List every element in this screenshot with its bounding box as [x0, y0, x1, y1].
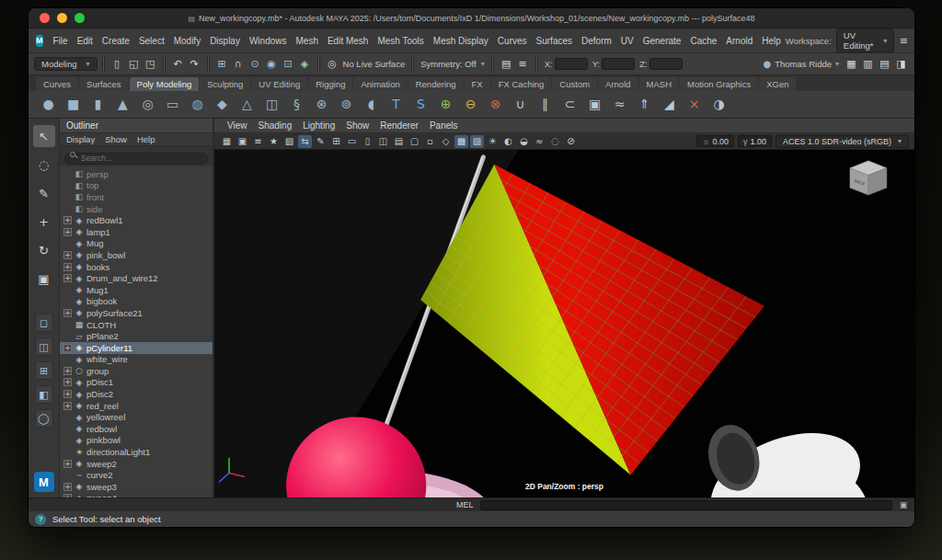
search-input[interactable]	[64, 153, 208, 165]
open-scene-icon[interactable]: ◱	[128, 59, 140, 69]
shelf-tab[interactable]: FX Caching	[491, 77, 552, 91]
titlebar[interactable]: ▤New_workingcopy.mb* - Autodesk MAYA 202…	[29, 8, 914, 29]
menu-item[interactable]: Generate	[638, 34, 686, 48]
symmetry-dropdown[interactable]: Symmetry: Off ▾	[419, 59, 487, 69]
smooth-icon[interactable]: ≈	[609, 94, 630, 115]
toolbar-group-collapser[interactable]	[102, 57, 105, 71]
outliner-list[interactable]: ◧ persp ◧ top ◧ front	[60, 166, 213, 497]
shelf-tab[interactable]: Poly Modeling	[130, 77, 200, 91]
safe-action-icon[interactable]: ▢	[408, 135, 421, 148]
workspace-dropdown[interactable]: UV Editing* ▾	[836, 29, 895, 52]
rotate-tool-icon[interactable]: ↻	[33, 239, 55, 261]
frame-all-icon[interactable]: ◇	[439, 135, 453, 148]
outliner-menu-item[interactable]: Help	[137, 134, 155, 144]
gamma-field[interactable]: γ 1.00	[738, 135, 772, 147]
lock-camera-icon[interactable]: ▣	[236, 135, 249, 148]
safe-title-icon[interactable]: ▫	[423, 135, 437, 148]
shadows-toggle-icon[interactable]: ◐	[501, 135, 515, 148]
command-input[interactable]	[480, 500, 892, 510]
outliner-item[interactable]: ◈ Mug	[60, 238, 213, 250]
toolbar-group-collapser[interactable]	[411, 57, 414, 71]
outliner-item[interactable]: ◧ side	[60, 203, 213, 215]
attribute-editor-toggle-icon[interactable]: ▤	[879, 59, 890, 69]
outliner-item[interactable]: ◧ persp	[60, 168, 213, 180]
fullscreen-window-button[interactable]	[75, 13, 85, 23]
toolbar-group-collapser[interactable]	[163, 57, 166, 71]
help-icon[interactable]: ?	[35, 514, 46, 525]
toolbar-group-collapser[interactable]	[317, 57, 320, 71]
pipe-primitive-icon[interactable]: ◫	[261, 94, 282, 115]
viewport-menu-item[interactable]: View	[223, 120, 252, 131]
multi-cut-icon[interactable]: ×	[684, 94, 705, 115]
toolbar-group-collapser[interactable]	[535, 57, 538, 71]
outliner-item[interactable]: + ◈ pDisc1	[60, 377, 213, 389]
grid-toggle-icon[interactable]: ⊞	[329, 135, 343, 148]
snap-to-projected-center-icon[interactable]: ◉	[266, 59, 278, 69]
film-gate-icon[interactable]: ▭	[345, 135, 359, 148]
expand-toggle[interactable]: +	[63, 274, 72, 282]
lasso-select-tool-icon[interactable]: ◌	[33, 154, 55, 176]
expand-toggle[interactable]: +	[63, 263, 72, 271]
outliner-item[interactable]: ◧ top	[60, 180, 213, 192]
outliner-item[interactable]: ◈ pinkbowl	[60, 435, 213, 447]
view-transform-dropdown[interactable]: ACES 1.0 SDR-video (sRGB) ▾	[775, 135, 909, 148]
shelf-tab[interactable]: Sculpting	[200, 77, 250, 91]
outliner-item[interactable]: + ◈ red_reel	[60, 400, 213, 412]
paint-select-tool-icon[interactable]: ✎	[33, 182, 55, 204]
menu-item[interactable]: Help	[757, 34, 786, 48]
camera-attributes-icon[interactable]: ≡	[251, 135, 265, 148]
exposure-field[interactable]: ☼ 0.00	[696, 135, 734, 147]
torus-primitive-icon[interactable]: ◎	[137, 94, 158, 115]
command-language-toggle[interactable]: MEL	[450, 500, 480, 509]
combine-icon[interactable]: ∪	[510, 94, 531, 115]
live-surface-field[interactable]: ◎ No Live Surface	[325, 59, 408, 69]
shelf-tab[interactable]: XGen	[759, 77, 796, 91]
snap-to-view-planes-icon[interactable]: ⊡	[282, 59, 294, 69]
channel-box-toggle-icon[interactable]: ▥	[862, 59, 874, 69]
outliner-item[interactable]: + ◈ pDisc2	[60, 388, 213, 400]
expand-toggle[interactable]: +	[63, 390, 72, 398]
helix-primitive-icon[interactable]: §	[286, 94, 307, 115]
two-d-pan-zoom-icon[interactable]: ⇆	[298, 135, 312, 148]
outliner-item[interactable]: + ◈ polySurface21	[60, 307, 213, 319]
x-ray-mode-icon[interactable]: ◌	[548, 135, 562, 148]
construction-history-icon[interactable]: ▤	[500, 59, 512, 69]
outliner-item[interactable]: ☀ directionalLight1	[60, 446, 213, 458]
viewport-menu-item[interactable]: Panels	[425, 120, 463, 131]
viewport-menu-item[interactable]: Lighting	[298, 120, 339, 131]
menu-item[interactable]: Mesh	[292, 34, 323, 48]
coordinate-input[interactable]	[602, 58, 635, 70]
outliner-item[interactable]: ▦ CLOTH	[60, 319, 213, 331]
shelf-tab[interactable]: Rendering	[408, 77, 464, 91]
field-chart-icon[interactable]: ▤	[392, 135, 406, 148]
outliner-item[interactable]: ◈ redbowl	[60, 423, 213, 435]
textured-mode-icon[interactable]: ▨	[470, 135, 484, 148]
menu-item[interactable]: Display	[205, 34, 245, 48]
outliner-item[interactable]: + ○ group	[60, 365, 213, 377]
shelf-tab[interactable]: UV Editing	[251, 77, 307, 91]
boolean-intersection-icon[interactable]: ⊗	[485, 94, 506, 115]
snap-to-points-icon[interactable]: ⊙	[249, 59, 261, 69]
viewport-menu-item[interactable]: Show	[341, 120, 373, 131]
menu-item[interactable]: Modify	[169, 34, 205, 48]
layout-four-panes-icon[interactable]: ⊞	[35, 361, 53, 380]
shelf-tab[interactable]: FX	[465, 77, 490, 91]
menu-item[interactable]: Create	[98, 34, 134, 48]
modeling-toolkit-toggle-icon[interactable]: ▦	[845, 59, 857, 69]
outliner-item[interactable]: + ◈ books	[60, 261, 213, 273]
screen-space-ao-icon[interactable]: ◒	[517, 135, 531, 148]
menu-item[interactable]: Edit	[73, 34, 98, 48]
snap-to-curves-icon[interactable]: ∩	[233, 59, 245, 69]
extrude-icon[interactable]: ⇑	[634, 94, 655, 115]
expand-toggle[interactable]: +	[63, 228, 72, 236]
select-tool-icon[interactable]: ↖	[33, 125, 55, 147]
shelf-tab[interactable]: Rigging	[308, 77, 352, 91]
shelf-tab[interactable]: Curves	[36, 77, 78, 91]
script-editor-icon[interactable]: ▣	[897, 500, 910, 509]
expand-toggle[interactable]: +	[63, 309, 72, 317]
expand-toggle[interactable]: +	[63, 367, 72, 375]
boolean-difference-icon[interactable]: ⊖	[460, 94, 481, 115]
motion-blur-icon[interactable]: ≈	[533, 135, 546, 148]
viewport-3d-view[interactable]: BACK 2D Pan/Zoom : persp	[214, 150, 914, 497]
fill-hole-icon[interactable]: ▣	[584, 94, 605, 115]
